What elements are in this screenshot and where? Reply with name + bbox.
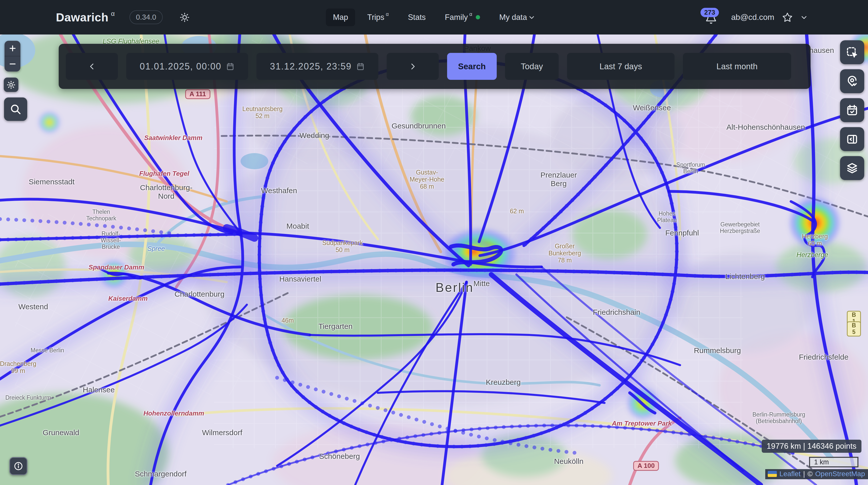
date-to-input[interactable]: 31.12.2025, 23:59: [256, 53, 378, 80]
tab-trips-label: Trips: [367, 13, 384, 22]
toggle-panel-button[interactable]: [840, 127, 864, 151]
theme-toggle-button[interactable]: [179, 12, 190, 23]
visited-places-button[interactable]: [840, 69, 864, 93]
gear-icon: [6, 80, 16, 90]
app-alpha-badge: α: [111, 10, 115, 18]
map-tiles: [0, 34, 868, 485]
distance-points-stats: 19776 km | 146346 points: [762, 440, 862, 453]
copyright-symbol: ©: [808, 470, 813, 478]
zoom-out-button[interactable]: [4, 56, 21, 71]
date-to-value: 31.12.2025, 23:59: [270, 61, 352, 72]
calendar-panel-button[interactable]: [840, 98, 864, 122]
family-alpha-sup: α: [469, 11, 472, 17]
map-search-button[interactable]: [4, 97, 27, 121]
openstreetmap-link[interactable]: OpenStreetMap: [815, 470, 865, 478]
last-month-button[interactable]: Last month: [683, 53, 791, 80]
today-button[interactable]: Today: [505, 53, 559, 80]
chevron-left-icon: [88, 62, 96, 71]
top-navbar: Dawarich α 0.34.0 Map Trips α Stats Fami…: [0, 0, 868, 34]
calendar-icon: [356, 62, 365, 71]
tab-stats-label: Stats: [408, 13, 426, 22]
tab-stats[interactable]: Stats: [401, 8, 433, 26]
tab-my-data[interactable]: My data: [492, 8, 542, 26]
tab-map-label: Map: [333, 13, 348, 22]
attribution-separator: |: [803, 470, 805, 478]
select-area-cursor-icon: [845, 46, 859, 59]
zoom-in-button[interactable]: [4, 41, 21, 56]
calendar-icon: [226, 62, 235, 71]
app-title: Dawarich: [56, 10, 108, 24]
plus-icon: [8, 44, 17, 53]
chevron-right-icon: [408, 62, 417, 71]
navbar-right-group: 273 ab@cd.com: [705, 0, 808, 34]
search-icon: [9, 103, 22, 116]
last-7-days-button[interactable]: Last 7 days: [567, 53, 675, 80]
tab-trips[interactable]: Trips α: [360, 8, 396, 26]
user-menu-chevron-icon[interactable]: [801, 14, 808, 21]
date-from-input[interactable]: 01.01.2025, 00:00: [126, 53, 248, 80]
map-attribution: Leaflet | © OpenStreetMap: [765, 469, 868, 479]
tab-family-label: Family: [445, 13, 468, 22]
map-canvas[interactable]: LSG FlughafenseePankowhausenA 111Leutnan…: [0, 34, 868, 485]
dawarich-app: { "app": {"title": "Dawarich", "alpha": …: [0, 0, 868, 485]
map-pin-check-icon: [845, 75, 859, 88]
search-button[interactable]: Search: [447, 53, 497, 80]
calendar-check-icon: [845, 104, 859, 117]
tab-map[interactable]: Map: [326, 8, 355, 26]
tab-family[interactable]: Family α: [438, 8, 487, 26]
sun-icon: [179, 12, 190, 23]
notifications-count-badge: 273: [701, 8, 719, 17]
version-badge: 0.34.0: [129, 10, 163, 24]
layers-icon: [845, 162, 859, 175]
previous-period-button[interactable]: [66, 53, 118, 80]
user-email[interactable]: ab@cd.com: [731, 12, 774, 22]
area-select-button[interactable]: [840, 40, 864, 64]
star-icon[interactable]: [782, 12, 793, 23]
map-scale-bar: 1 km: [809, 457, 859, 467]
chevron-down-icon: [528, 14, 535, 21]
next-period-button[interactable]: [386, 53, 439, 80]
info-icon: [13, 461, 24, 471]
ukraine-flag-icon: [768, 471, 777, 477]
app-logo[interactable]: Dawarich α: [56, 10, 115, 24]
main-menu: Map Trips α Stats Family α My data: [326, 0, 542, 34]
date-from-value: 01.01.2025, 00:00: [140, 61, 221, 72]
family-online-dot: [476, 15, 480, 20]
map-info-button[interactable]: [9, 457, 27, 475]
minus-icon: [8, 60, 17, 68]
leaflet-link[interactable]: Leaflet: [779, 470, 801, 478]
zoom-control: [4, 41, 21, 71]
map-settings-button[interactable]: [4, 77, 19, 92]
date-filter-toolbar: 01.01.2025, 00:00 31.12.2025, 23:59 Sear…: [59, 44, 811, 89]
notifications-button[interactable]: 273: [705, 9, 717, 26]
trips-alpha-sup: α: [386, 11, 389, 17]
layers-button[interactable]: [840, 156, 864, 180]
panel-left-icon: [845, 133, 859, 146]
tab-my-data-label: My data: [499, 13, 527, 22]
